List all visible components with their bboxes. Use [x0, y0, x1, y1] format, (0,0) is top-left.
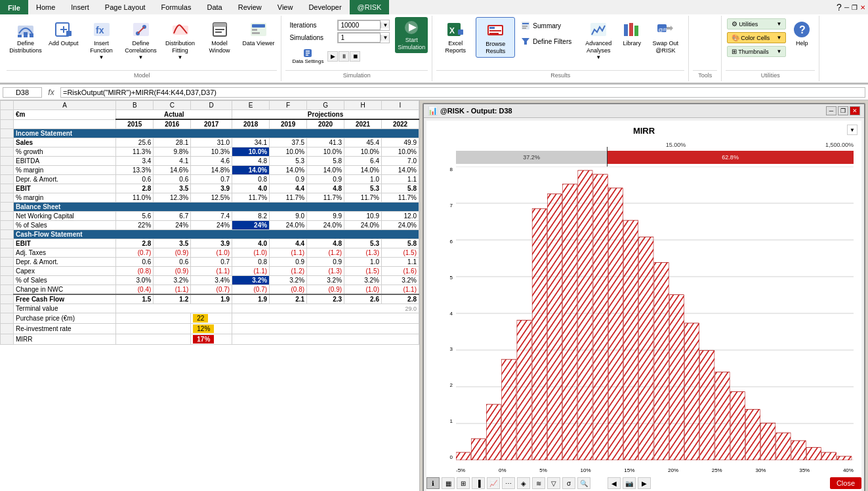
- adj-taxes-2017[interactable]: (1.0): [191, 248, 232, 258]
- adj-taxes-2018[interactable]: (1.0): [232, 248, 270, 258]
- pct-sales2-2018[interactable]: 3.2%: [232, 276, 270, 285]
- depr2-label[interactable]: Depr. & Amort.: [14, 258, 116, 267]
- depr2-2020[interactable]: 0.9: [307, 258, 344, 267]
- margin1-2015[interactable]: 13.3%: [116, 166, 154, 175]
- advanced-analyses-arrow[interactable]: ▼: [596, 54, 601, 60]
- year-2021[interactable]: 2021: [344, 119, 382, 129]
- risk-panel-restore-btn[interactable]: ❐: [838, 106, 848, 115]
- margin1-2018[interactable]: 14.0%: [232, 166, 270, 175]
- depr2-2017[interactable]: 0.7: [191, 258, 232, 267]
- model-window-button[interactable]: Model Window: [201, 17, 239, 56]
- change-nwc-2015[interactable]: (0.4): [116, 285, 154, 295]
- change-nwc-2021[interactable]: (1.0): [344, 285, 382, 295]
- depr-2017[interactable]: 0.7: [191, 175, 232, 184]
- margin1-2016[interactable]: 14.6%: [154, 166, 191, 175]
- growth-2022[interactable]: 10.0%: [382, 147, 419, 157]
- margin2-2015[interactable]: 11.0%: [116, 193, 154, 203]
- depr2-2016[interactable]: 0.6: [154, 258, 191, 267]
- ebitda-2022[interactable]: 7.0: [382, 157, 419, 166]
- depr-label[interactable]: Depr. & Amort.: [14, 175, 116, 184]
- depr-2018[interactable]: 0.8: [232, 175, 270, 184]
- sales-2020[interactable]: 41.3: [307, 138, 344, 147]
- color-cells-arrow[interactable]: ▼: [776, 35, 781, 41]
- depr-2020[interactable]: 0.9: [307, 175, 344, 184]
- adj-taxes-2022[interactable]: (1.5): [382, 248, 419, 258]
- chart-icon-stats[interactable]: σ: [562, 477, 575, 489]
- ebit-2015[interactable]: 2.8: [116, 184, 154, 193]
- growth-2019[interactable]: 10.0%: [270, 147, 307, 157]
- ebit2-2019[interactable]: 4.4: [270, 239, 307, 248]
- define-distributions-button[interactable]: Define Distributions: [7, 17, 45, 56]
- risk-close-button[interactable]: Close: [830, 477, 861, 489]
- margin2-2022[interactable]: 11.7%: [382, 193, 419, 203]
- margin2-2016[interactable]: 12.3%: [154, 193, 191, 203]
- data-settings-button[interactable]: Data Settings: [289, 46, 326, 66]
- swap-out-button[interactable]: @R Swap Out @RISK: [646, 17, 684, 56]
- restore-icon[interactable]: ❐: [852, 4, 858, 11]
- simulations-dropdown-btn[interactable]: ▼: [381, 35, 389, 41]
- advanced-analyses-button[interactable]: Advanced Analyses ▼: [579, 17, 617, 62]
- sales-2018[interactable]: 34.1: [232, 138, 270, 147]
- thumbnails-arrow[interactable]: ▼: [776, 49, 781, 54]
- growth-2021[interactable]: 10.0%: [344, 147, 382, 157]
- cell-reference-input[interactable]: [3, 87, 42, 98]
- change-nwc-label[interactable]: Change in NWC: [14, 285, 116, 295]
- change-nwc-2022[interactable]: (1.1): [382, 285, 419, 295]
- chart-icon-column[interactable]: ▐: [472, 477, 485, 489]
- reinvestment-rate-value[interactable]: 12%: [193, 324, 214, 333]
- nwc-2019[interactable]: 9.0: [270, 212, 307, 221]
- pct-sales-label[interactable]: % of Sales: [14, 221, 116, 230]
- ebit-2022[interactable]: 5.8: [382, 184, 419, 193]
- insert-function-button[interactable]: fx Insert Function ▼: [83, 17, 121, 62]
- margin2-2017[interactable]: 12.5%: [191, 193, 232, 203]
- depr2-2019[interactable]: 0.9: [270, 258, 307, 267]
- year-2022[interactable]: 2022: [382, 119, 419, 129]
- tab-formulas[interactable]: Formulas: [154, 0, 199, 14]
- nwc-2021[interactable]: 10.9: [344, 212, 382, 221]
- ebit-2016[interactable]: 3.5: [154, 184, 191, 193]
- nwc-label[interactable]: Net Working Capital: [14, 212, 116, 221]
- nwc-2020[interactable]: 9.9: [307, 212, 344, 221]
- margin1-2022[interactable]: 14.0%: [382, 166, 419, 175]
- change-nwc-2019[interactable]: (0.8): [270, 285, 307, 295]
- chart-icon-search[interactable]: 🔍: [577, 477, 590, 489]
- help-button[interactable]: ? Help: [789, 17, 815, 49]
- chart-icon-info[interactable]: ℹ: [426, 477, 440, 489]
- growth-2016[interactable]: 9.8%: [154, 147, 191, 157]
- ebit-2019[interactable]: 4.4: [270, 184, 307, 193]
- reinvestment-rate-cell[interactable]: 12%: [191, 324, 232, 334]
- library-button[interactable]: Library: [619, 17, 645, 49]
- ebitda-2020[interactable]: 5.8: [307, 157, 344, 166]
- fcf-2015[interactable]: 1.5: [116, 294, 154, 304]
- chart-icon-screenshot[interactable]: 📷: [623, 477, 636, 489]
- ebitda-label[interactable]: EBITDA: [14, 157, 116, 166]
- fcf-label[interactable]: Free Cash Flow: [14, 294, 116, 304]
- tab-atrisk[interactable]: @RISK: [350, 0, 390, 14]
- start-simulation-button[interactable]: Start Simulation: [395, 17, 428, 53]
- change-nwc-2016[interactable]: (1.1): [154, 285, 191, 295]
- margin2-2019[interactable]: 11.7%: [270, 193, 307, 203]
- depr2-2022[interactable]: 1.1: [382, 258, 419, 267]
- fcf-2017[interactable]: 1.9: [191, 294, 232, 304]
- sales-2016[interactable]: 28.1: [154, 138, 191, 147]
- pct-sales2-2022[interactable]: 3.2%: [382, 276, 419, 285]
- sim-icon-1[interactable]: ▶: [327, 51, 338, 62]
- year-2019[interactable]: 2019: [270, 119, 307, 129]
- tab-developer[interactable]: Developer: [300, 0, 349, 14]
- define-correlations-button[interactable]: Define Correlations ▼: [122, 17, 160, 62]
- utilities-arrow[interactable]: ▼: [776, 21, 781, 27]
- sales-2022[interactable]: 49.9: [382, 138, 419, 147]
- nwc-2017[interactable]: 7.4: [191, 212, 232, 221]
- chart-icon-line[interactable]: 📈: [487, 477, 500, 489]
- mirr-cell[interactable]: 17%: [191, 334, 232, 345]
- fcf-2016[interactable]: 1.2: [154, 294, 191, 304]
- utilities-button[interactable]: ⚙ Utilities ▼: [727, 18, 786, 29]
- ebitda-2016[interactable]: 4.1: [154, 157, 191, 166]
- capex-2016[interactable]: (0.9): [154, 267, 191, 276]
- ebit-2021[interactable]: 5.3: [344, 184, 382, 193]
- add-output-button[interactable]: Add Output: [46, 17, 81, 49]
- purchase-price-value[interactable]: 22: [193, 314, 208, 323]
- pct-sales-2020[interactable]: 24.0%: [307, 221, 344, 230]
- iterations-dropdown-btn[interactable]: ▼: [381, 22, 389, 28]
- adj-taxes-label[interactable]: Adj. Taxes: [14, 248, 116, 258]
